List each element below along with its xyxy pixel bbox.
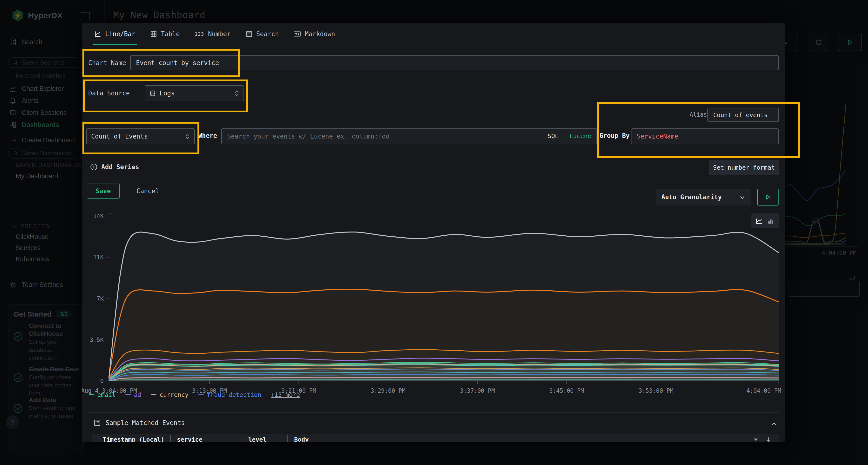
search-list-icon — [246, 31, 252, 37]
bar-chart-toggle-icon[interactable] — [767, 217, 774, 225]
number-123-icon: 123 — [195, 31, 204, 37]
tab-search[interactable]: Search — [246, 23, 279, 45]
svg-text:4:04:00 PM: 4:04:00 PM — [746, 388, 781, 394]
legend-item[interactable]: fraud-detection — [198, 391, 261, 398]
legend-item[interactable]: email — [89, 391, 116, 398]
sort-down-icon[interactable] — [765, 436, 772, 442]
table-icon — [150, 31, 157, 37]
legend-item[interactable]: currency — [151, 391, 188, 398]
tab-label: Number — [208, 30, 231, 38]
highlight-data-source — [83, 79, 248, 112]
filter-icon[interactable] — [753, 436, 759, 442]
chart-legend: email ad currency fraud-detection +15 mo… — [89, 391, 300, 398]
line-chart-icon — [94, 31, 101, 37]
legend-dash — [151, 394, 156, 395]
run-chart-button[interactable] — [757, 189, 779, 205]
svg-text:3:53:00 PM: 3:53:00 PM — [639, 388, 674, 394]
svg-text:11K: 11K — [93, 254, 104, 261]
plus-circle-icon — [90, 163, 97, 171]
line-chart-toggle-icon[interactable] — [756, 217, 763, 225]
column-separator[interactable] — [170, 435, 171, 442]
svg-text:7K: 7K — [97, 295, 104, 302]
granularity-select[interactable]: Auto Granularity — [656, 189, 751, 205]
markdown-icon — [294, 31, 301, 37]
where-field: SQL | Lucene — [221, 128, 597, 144]
event-list-icon — [94, 419, 101, 427]
divider — [88, 412, 779, 413]
sample-events-title: Sample Matched Events — [105, 419, 185, 427]
events-table-header: Timestamp (Local) service level Body — [92, 434, 779, 442]
svg-text:3:45:00 PM: 3:45:00 PM — [549, 388, 584, 394]
divider — [88, 158, 779, 158]
highlight-chart-name — [83, 49, 240, 77]
column-timestamp[interactable]: Timestamp (Local) — [103, 436, 170, 442]
highlight-group-by — [597, 102, 800, 158]
svg-text:3.5K: 3.5K — [90, 337, 104, 343]
svg-text:3:29:00 PM: 3:29:00 PM — [371, 388, 406, 394]
add-series-button[interactable]: Add Series — [90, 163, 139, 171]
tab-label: Markdown — [305, 30, 335, 38]
column-level[interactable]: level — [248, 436, 287, 442]
svg-text:3:37:00 PM: 3:37:00 PM — [460, 388, 495, 394]
tab-label: Table — [161, 30, 180, 38]
tab-markdown[interactable]: Markdown — [294, 23, 335, 45]
column-separator[interactable] — [242, 435, 242, 442]
save-chart-button[interactable]: Save — [87, 184, 120, 199]
column-body[interactable]: Body — [294, 436, 753, 442]
play-icon — [765, 194, 771, 200]
tab-label: Line/Bar — [105, 30, 135, 38]
chevron-down-icon — [740, 194, 745, 200]
chart-display-toggle — [751, 213, 779, 228]
legend-item[interactable]: ad — [125, 391, 141, 398]
sample-events-header[interactable]: Sample Matched Events — [94, 419, 185, 427]
set-number-format-button[interactable]: Set number format — [709, 160, 779, 175]
legend-label: currency — [159, 391, 188, 398]
chart-type-tabs: Line/Bar Table 123 Number Search Markdow… — [82, 23, 785, 45]
cancel-button[interactable]: Cancel — [136, 188, 159, 195]
legend-dash — [89, 394, 94, 395]
svg-text:14K: 14K — [93, 213, 104, 220]
tab-label: Search — [256, 30, 279, 38]
where-input[interactable] — [221, 128, 597, 144]
add-series-label: Add Series — [101, 163, 139, 171]
where-label: Where — [198, 132, 217, 139]
legend-label: email — [97, 391, 116, 398]
toggle-divider: | — [562, 133, 566, 139]
lucene-toggle[interactable]: Lucene — [569, 133, 591, 139]
highlight-aggregation — [83, 122, 199, 154]
column-separator[interactable] — [287, 435, 288, 442]
legend-label: ad — [134, 391, 141, 398]
column-service[interactable]: service — [177, 436, 242, 442]
legend-dash — [198, 394, 204, 395]
granularity-value: Auto Granularity — [661, 194, 722, 201]
sql-toggle[interactable]: SQL — [548, 133, 558, 139]
legend-more-link[interactable]: +15 more — [271, 391, 300, 398]
tab-table[interactable]: Table — [150, 23, 180, 45]
query-language-toggle: SQL | Lucene — [548, 133, 591, 139]
tab-line-bar[interactable]: Line/Bar — [94, 23, 135, 45]
chevron-up-icon[interactable] — [771, 421, 777, 427]
legend-dash — [125, 394, 131, 395]
svg-text:0: 0 — [100, 378, 104, 385]
legend-label: fraud-detection — [207, 391, 261, 398]
tab-number[interactable]: 123 Number — [195, 23, 231, 45]
